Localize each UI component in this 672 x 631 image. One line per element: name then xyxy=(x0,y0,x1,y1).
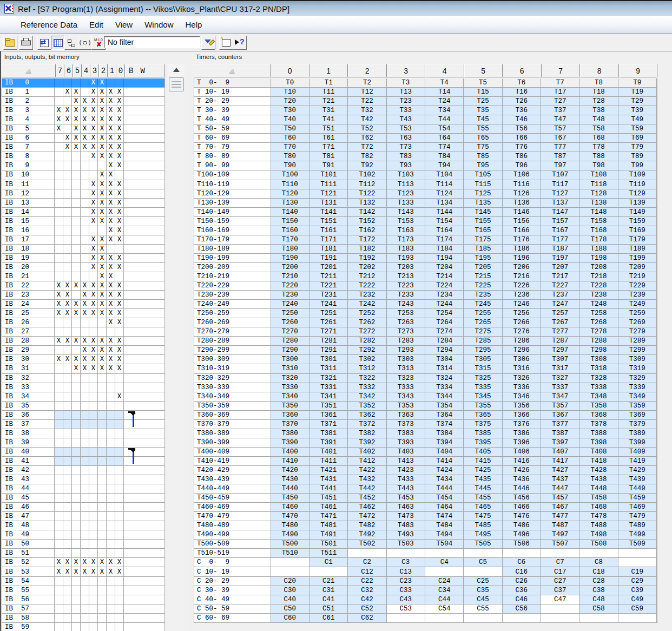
tc-row-t400-409[interactable]: T400-409T400T401T402T403T404T405T406T407… xyxy=(194,448,657,457)
tc-header-0[interactable]: 0 xyxy=(271,64,309,77)
tc-header-2[interactable]: 2 xyxy=(348,64,387,77)
io-row-ib-2[interactable]: IB 2XXXXXX xyxy=(2,97,164,106)
io-row-ib-28[interactable]: IB 28XXXXXXXX xyxy=(2,337,164,346)
tc-row-t380-389[interactable]: T380-389T380T381T382T383T384T385T386T387… xyxy=(194,429,657,438)
io-row-ib-37[interactable]: IB 37 xyxy=(2,420,164,429)
io-row-ib-3[interactable]: IB 3XXXXXXXX xyxy=(2,106,164,115)
tc-row-t100-109[interactable]: T100-109T100T101T102T103T104T105T106T107… xyxy=(194,170,657,180)
io-row-ib-16[interactable]: IB 16XX xyxy=(2,226,164,235)
scrollbar-thumb[interactable] xyxy=(169,77,184,91)
tc-row-t130-139[interactable]: T130-139T130T131T132T133T134T135T136T137… xyxy=(194,199,657,208)
tc-row-t310-319[interactable]: T310-319T310T311T312T313T314T315T316T317… xyxy=(194,364,657,373)
tc-row-t320-329[interactable]: T320-329T320T321T322T323T324T325T326T327… xyxy=(194,374,657,383)
io-row-ib-30[interactable]: IB 30XXXXXXXX xyxy=(2,355,164,364)
io-sort-header[interactable] xyxy=(2,64,56,77)
io-row-ib-58[interactable]: IB 58 xyxy=(2,614,164,623)
tc-header-4[interactable]: 4 xyxy=(425,64,464,77)
bit-header-2[interactable]: 2 xyxy=(99,64,108,77)
tc-header-5[interactable]: 5 xyxy=(464,64,503,77)
tc-row-t390-399[interactable]: T390-399T390T391T392T393T394T395T396T397… xyxy=(194,438,657,448)
tc-row-t220-229[interactable]: T220-229T220T221T222T223T224T225T226T227… xyxy=(194,281,657,291)
tc-row-t440-449[interactable]: T440-449T440T441T442T443T444T445T446T447… xyxy=(194,484,657,494)
io-row-ib-53[interactable]: IB 53XXXXXXXX xyxy=(2,567,164,576)
tc-header-1[interactable]: 1 xyxy=(309,64,348,77)
io-row-ib-13[interactable]: IB 13XXXX xyxy=(2,199,164,208)
tc-row-t480-489[interactable]: T480-489T480T481T482T483T484T485T486T487… xyxy=(194,521,657,530)
io-row-ib-1[interactable]: IB 1XXXXXX xyxy=(2,88,164,97)
io-row-ib-50[interactable]: IB 50 xyxy=(2,540,164,549)
tc-row-t110-119[interactable]: T110-119T110T111T112T113T114T115T116T117… xyxy=(194,180,657,189)
tc-row-t240-249[interactable]: T240-249T240T241T242T243T244T245T246T247… xyxy=(194,300,657,309)
io-row-ib-57[interactable]: IB 57 xyxy=(2,604,164,614)
tc-row-t330-339[interactable]: T330-339T330T331T332T333T334T335T336T337… xyxy=(194,383,657,392)
tc-row-c-30--39[interactable]: C 30- 39C30C31C32C33C34C35C36C37C38C39 xyxy=(194,586,657,595)
tc-header-6[interactable]: 6 xyxy=(503,64,542,77)
print-button[interactable] xyxy=(19,36,33,50)
scrollbar-up-button[interactable] xyxy=(168,64,185,76)
io-row-ib-32[interactable]: IB 32 xyxy=(2,374,164,383)
io-row-ib-22[interactable]: IB 22XXXXXXXX xyxy=(2,281,164,291)
io-row-ib-43[interactable]: IB 43 xyxy=(2,475,164,484)
io-row-ib-51[interactable]: IB 51 xyxy=(2,549,164,558)
io-row-ib-46[interactable]: IB 46 xyxy=(2,503,164,512)
io-row-ib-19[interactable]: IB 19XXXX xyxy=(2,254,164,263)
io-row-ib-8[interactable]: IB 8XXXX xyxy=(2,152,164,161)
io-row-ib-0[interactable]: IB 0XX xyxy=(2,78,164,88)
tc-row-t260-269[interactable]: T260-269T260T261T262T263T264T265T266T267… xyxy=(194,318,657,327)
io-row-ib-24[interactable]: IB 24XXXXXXXX xyxy=(2,300,164,309)
tc-row-t200-209[interactable]: T200-209T200T201T202T203T204T205T206T207… xyxy=(194,263,657,272)
bit-header-5[interactable]: 5 xyxy=(73,64,82,77)
program-structure-button[interactable] xyxy=(64,36,78,50)
io-row-ib-44[interactable]: IB 44 xyxy=(2,484,164,494)
io-row-ib-5[interactable]: IB 5XXXXXXX xyxy=(2,124,164,134)
io-row-ib-17[interactable]: IB 17XXXX xyxy=(2,235,164,245)
tc-row-c-50--59[interactable]: C 50- 59C50C51C52C53C54C55C56C58C59 xyxy=(194,604,657,614)
tc-row-t290-299[interactable]: T290-299T290T291T292T293T294T295T296T297… xyxy=(194,346,657,355)
menu-view[interactable]: View xyxy=(109,18,139,31)
tc-row-t500-509[interactable]: T500-509T500T501T502T503T504T505T506T507… xyxy=(194,540,657,549)
tc-row-t210-219[interactable]: T210-219T210T211T212T213T214T215T216T217… xyxy=(194,272,657,281)
io-row-ib-20[interactable]: IB 20XXXX xyxy=(2,263,164,272)
tc-row-t120-129[interactable]: T120-129T120T121T122T123T124T125T126T127… xyxy=(194,189,657,199)
tc-row-t-70--79[interactable]: T 70- 79T70T71T72T73T74T75T76T77T78T79 xyxy=(194,143,657,152)
io-row-ib-6[interactable]: IB 6XXXXXXX xyxy=(2,134,164,143)
tc-row-t420-429[interactable]: T420-429T420T421T422T423T424T425T426T427… xyxy=(194,466,657,475)
tc-row-t-50--59[interactable]: T 50- 59T50T51T52T53T54T55T56T57T58T59 xyxy=(194,124,657,134)
io-row-ib-36[interactable]: IB 36 xyxy=(2,411,164,420)
tc-row-t410-419[interactable]: T410-419T410T411T412T413T414T415T416T417… xyxy=(194,457,657,466)
io-row-ib-56[interactable]: IB 56 xyxy=(2,595,164,604)
tc-row-t300-309[interactable]: T300-309T300T301T302T303T304T305T306T307… xyxy=(194,355,657,364)
io-row-ib-38[interactable]: IB 38 xyxy=(2,429,164,438)
tc-row-t490-499[interactable]: T490-499T490T491T492T493T494T495T496T497… xyxy=(194,530,657,540)
io-row-ib-48[interactable]: IB 48 xyxy=(2,521,164,530)
tc-row-c-40--49[interactable]: C 40- 49C40C41C42C43C44C45C46C47C48C49 xyxy=(194,595,657,604)
bit-header-6[interactable]: 6 xyxy=(64,64,73,77)
tc-row-t160-169[interactable]: T160-169T160T161T162T163T164T165T166T167… xyxy=(194,226,657,235)
unused-symbols-button[interactable]: () xyxy=(78,36,92,50)
io-row-ib-45[interactable]: IB 45 xyxy=(2,494,164,503)
tc-row-t-20--29[interactable]: T 20- 29T20T21T22T23T24T25T26T27T28T29 xyxy=(194,97,657,106)
tc-row-t450-459[interactable]: T450-459T450T451T452T453T454T455T456T457… xyxy=(194,494,657,503)
tc-row-t-30--39[interactable]: T 30- 39T30T31T32T33T34T35T36T37T38T39 xyxy=(194,106,657,115)
tc-sort-header[interactable] xyxy=(194,64,271,77)
tc-row-t190-199[interactable]: T190-199T190T191T192T193T194T195T196T197… xyxy=(194,254,657,263)
tc-row-c-0--9[interactable]: C 0- 9C1C2C3C4C5C6C7C8 xyxy=(194,558,657,567)
cross-references-button[interactable] xyxy=(37,36,51,50)
tc-row-t340-349[interactable]: T340-349T340T341T342T343T344T345T346T347… xyxy=(194,392,657,402)
io-row-ib-34[interactable]: IB 34X xyxy=(2,392,164,402)
new-window-button[interactable] xyxy=(219,36,233,50)
tc-header-9[interactable]: 9 xyxy=(619,64,658,77)
menu-window[interactable]: Window xyxy=(139,18,179,31)
io-row-ib-21[interactable]: IB 21XX xyxy=(2,272,164,281)
tc-row-t360-369[interactable]: T360-369T360T361T362T363T364T365T366T367… xyxy=(194,411,657,420)
tc-row-c-10--19[interactable]: C 10- 19C12C13C16C17C18C19 xyxy=(194,567,657,576)
io-row-ib-23[interactable]: IB 23XXXXXXX xyxy=(2,291,164,300)
io-row-ib-31[interactable]: IB 31XXXXXX xyxy=(2,364,164,373)
bit-header-1[interactable]: 1 xyxy=(108,64,116,77)
io-row-ib-49[interactable]: IB 49 xyxy=(2,530,164,540)
io-row-ib-11[interactable]: IB 11XXXX xyxy=(2,180,164,189)
tc-row-t-40--49[interactable]: T 40- 49T40T41T42T43T44T45T46T47T48T49 xyxy=(194,115,657,124)
tc-row-t250-259[interactable]: T250-259T250T251T252T253T254T255T256T257… xyxy=(194,309,657,318)
tc-row-c-20--29[interactable]: C 20- 29C20C21C22C23C24C25C26C27C28C29 xyxy=(194,577,657,586)
io-row-ib-55[interactable]: IB 55 xyxy=(2,586,164,595)
